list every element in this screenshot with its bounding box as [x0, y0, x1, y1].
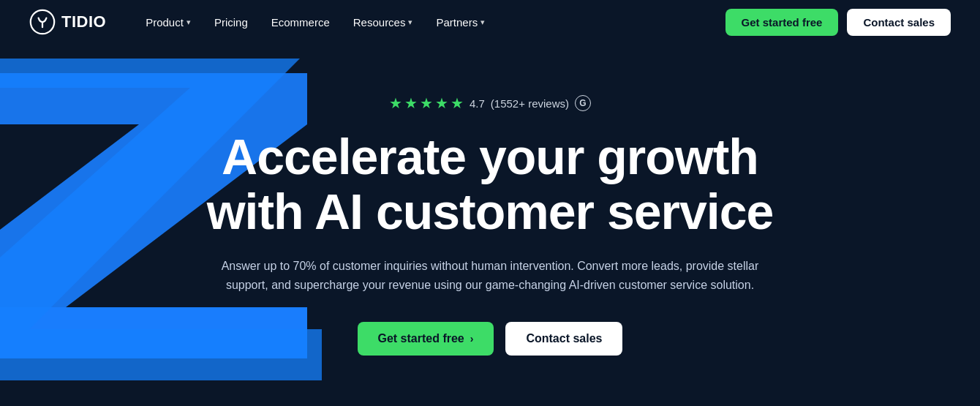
nav-contact-sales-button[interactable]: Contact sales — [847, 9, 951, 36]
star-5: ★ — [451, 94, 464, 112]
rating-row: ★ ★ ★ ★ ★ 4.7 (1552+ reviews) G — [207, 94, 774, 112]
chevron-down-icon: ▾ — [480, 18, 485, 27]
star-rating: ★ ★ ★ ★ ★ — [389, 94, 464, 112]
hero-subtitle: Answer up to 70% of customer inquiries w… — [212, 257, 768, 296]
star-1: ★ — [389, 94, 402, 112]
capterra-badge: G — [575, 95, 591, 111]
nav-actions: Get started free Contact sales — [725, 9, 951, 36]
nav-get-started-button[interactable]: Get started free — [725, 9, 839, 36]
star-3: ★ — [420, 94, 433, 112]
nav-item-resources[interactable]: Resources ▾ — [343, 10, 423, 34]
navigation: TIDIO Product ▾ Pricing Ecommerce Resour… — [0, 0, 980, 44]
hero-get-started-button[interactable]: Get started free › — [358, 322, 494, 356]
hero-section: ★ ★ ★ ★ ★ 4.7 (1552+ reviews) G Accelera… — [0, 44, 980, 406]
nav-links: Product ▾ Pricing Ecommerce Resources ▾ … — [135, 10, 725, 34]
nav-item-ecommerce[interactable]: Ecommerce — [261, 10, 340, 34]
chevron-down-icon: ▾ — [186, 18, 191, 27]
hero-contact-sales-button[interactable]: Contact sales — [505, 322, 622, 356]
hero-content: ★ ★ ★ ★ ★ 4.7 (1552+ reviews) G Accelera… — [192, 94, 788, 355]
logo[interactable]: TIDIO — [29, 9, 106, 35]
rating-reviews: (1552+ reviews) — [491, 97, 569, 110]
nav-item-pricing[interactable]: Pricing — [204, 10, 258, 34]
logo-icon — [29, 9, 56, 35]
nav-item-product[interactable]: Product ▾ — [135, 10, 201, 34]
nav-item-partners[interactable]: Partners ▾ — [426, 10, 495, 34]
star-4: ★ — [435, 94, 448, 112]
logo-text: TIDIO — [61, 12, 106, 31]
arrow-right-icon: › — [470, 333, 474, 345]
hero-actions: Get started free › Contact sales — [207, 322, 774, 356]
star-2: ★ — [404, 94, 418, 112]
chevron-down-icon: ▾ — [408, 18, 412, 27]
rating-value: 4.7 — [470, 97, 485, 110]
hero-title: Accelerate your growth with AI customer … — [207, 129, 774, 239]
